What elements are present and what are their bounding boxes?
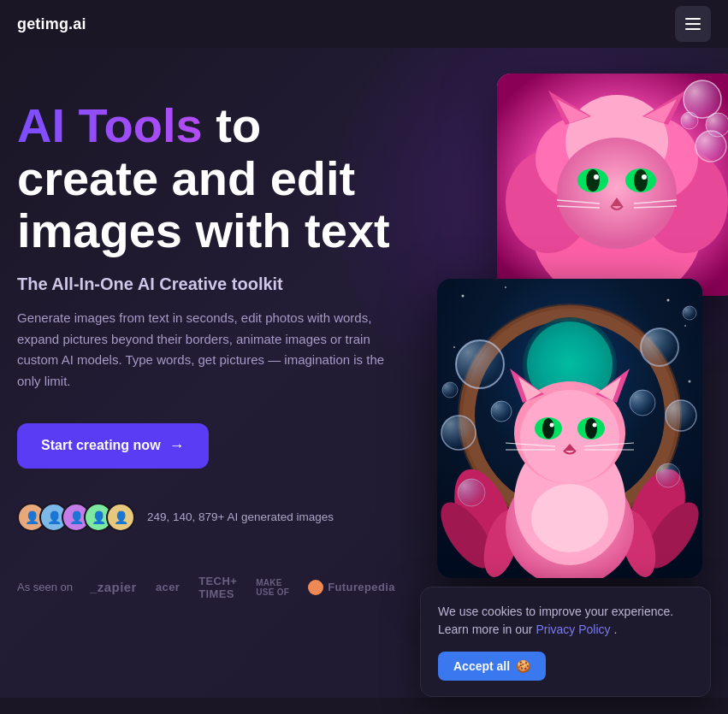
brand-zapier: _zapier — [90, 580, 137, 594]
avatar: 👤 — [106, 503, 135, 532]
cookie-accept-button[interactable]: Accept all 🍪 — [438, 652, 546, 681]
svg-point-29 — [505, 286, 506, 288]
hero-title-gradient: AI Tools — [17, 98, 203, 152]
navbar: getimg.ai — [0, 0, 728, 48]
menu-button[interactable] — [675, 6, 711, 42]
pink-lion-art — [497, 74, 728, 296]
privacy-policy-link[interactable]: Privacy Policy — [536, 623, 610, 636]
svg-point-72 — [683, 306, 696, 320]
hero-image-top — [497, 74, 728, 296]
svg-point-69 — [458, 479, 485, 506]
menu-icon-line3 — [685, 28, 701, 30]
svg-point-73 — [442, 382, 458, 398]
svg-point-56 — [585, 418, 597, 439]
brand-acer: acer — [156, 581, 180, 593]
svg-point-65 — [641, 328, 678, 366]
svg-point-11 — [557, 138, 677, 249]
svg-point-32 — [453, 346, 455, 348]
brand-makeuseof: MAKEUSE OF — [256, 578, 289, 597]
svg-point-66 — [666, 400, 696, 431]
svg-point-16 — [594, 174, 599, 180]
svg-point-70 — [491, 401, 512, 422]
hero-images — [420, 74, 728, 604]
pink-cat-art — [437, 279, 702, 578]
hero-content: AI Tools tocreate and editimages with te… — [17, 99, 419, 600]
cookie-accept-label: Accept all — [453, 659, 510, 673]
as-seen-on-section: As seen on _zapier acer TECH+TIMES MAKEU… — [17, 575, 419, 600]
svg-point-67 — [441, 416, 476, 450]
svg-point-57 — [550, 423, 554, 428]
avatar-group: 👤 👤 👤 👤 👤 — [17, 503, 135, 532]
svg-point-15 — [634, 169, 648, 192]
arrow-icon: → — [169, 437, 185, 455]
logo: getimg.ai — [17, 15, 86, 33]
as-seen-label: As seen on — [17, 581, 73, 593]
cookie-banner: We use cookies to improve your experienc… — [420, 587, 711, 697]
cta-label: Start creating now — [41, 438, 161, 453]
svg-point-26 — [695, 131, 726, 162]
social-proof: 👤 👤 👤 👤 👤 249, 140, 879+ AI generated im… — [17, 503, 419, 532]
hero-title: AI Tools tocreate and editimages with te… — [17, 99, 419, 257]
brand-techtimes: TECH+TIMES — [198, 575, 237, 600]
svg-point-71 — [630, 390, 655, 416]
svg-point-31 — [684, 325, 686, 327]
hero-description: Generate images from text in seconds, ed… — [17, 308, 394, 392]
start-creating-button[interactable]: Start creating now → — [17, 423, 209, 469]
hero-subtitle: The All-In-One AI Creative toolkit — [17, 274, 419, 294]
futurepedia-icon — [308, 580, 323, 595]
brand-futurepedia: Futurepedia — [308, 580, 395, 595]
cookie-emoji: 🍪 — [516, 659, 530, 673]
menu-icon-line2 — [685, 23, 701, 25]
svg-point-55 — [542, 418, 554, 439]
proof-text: 249, 140, 879+ AI generated images — [147, 510, 334, 523]
svg-point-14 — [586, 169, 600, 192]
cookie-text: We use cookies to improve your experienc… — [438, 603, 693, 640]
svg-point-17 — [642, 174, 647, 180]
svg-point-25 — [681, 112, 698, 129]
svg-point-48 — [520, 390, 619, 484]
svg-point-64 — [456, 340, 504, 388]
svg-point-28 — [462, 295, 465, 298]
svg-point-46 — [531, 484, 608, 552]
hero-image-bottom — [437, 279, 702, 578]
brand-logos: _zapier acer TECH+TIMES MAKEUSE OF Futur… — [90, 575, 395, 600]
svg-point-33 — [689, 381, 691, 383]
svg-point-30 — [667, 299, 670, 302]
svg-point-58 — [593, 423, 597, 428]
menu-icon-line1 — [685, 18, 701, 20]
svg-point-68 — [656, 463, 680, 487]
